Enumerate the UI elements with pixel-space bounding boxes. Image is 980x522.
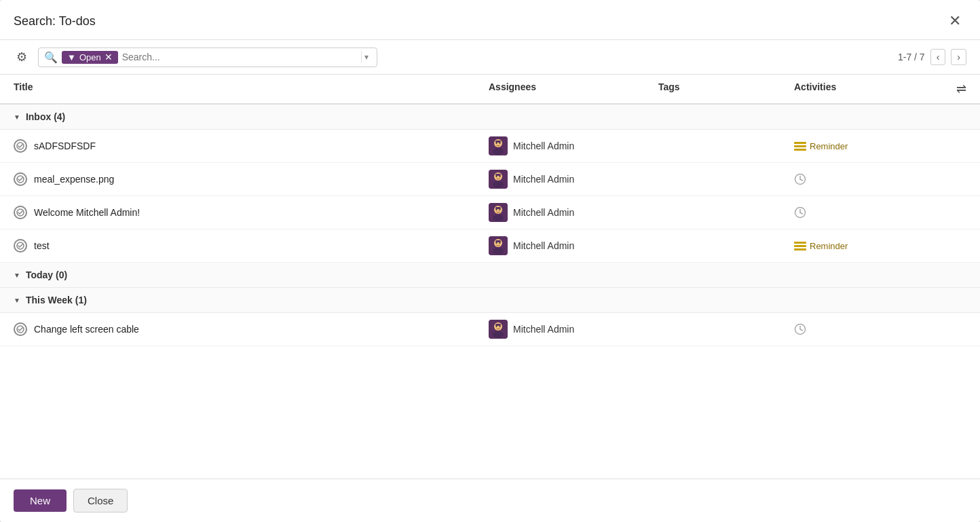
- group-row-2[interactable]: ▼ This Week (1): [0, 288, 980, 313]
- new-button[interactable]: New: [14, 489, 67, 512]
- svg-point-30: [493, 248, 504, 255]
- title-cell: test: [14, 239, 489, 253]
- svg-point-12: [500, 176, 501, 177]
- dialog-header: Search: To-dos ✕: [0, 0, 980, 40]
- svg-point-37: [493, 331, 504, 338]
- svg-point-5: [500, 143, 501, 144]
- col-tags-header: Tags: [658, 81, 794, 96]
- todo-status-icon[interactable]: [14, 139, 27, 153]
- activity-cell: Reminder: [794, 141, 966, 151]
- svg-point-4: [496, 143, 497, 144]
- assignee-cell: Mitchell Admin: [489, 170, 658, 189]
- table-header: Title Assignees Tags Activities ⇌: [0, 75, 980, 105]
- search-bar: 🔍 ▼ Open ✕ ▾: [38, 48, 377, 67]
- avatar: [489, 236, 508, 255]
- assignee-name: Mitchell Admin: [513, 207, 574, 218]
- group-label: Inbox (4): [26, 111, 65, 122]
- title-cell: sADFSDFSDF: [14, 139, 489, 153]
- todo-status-icon[interactable]: [14, 239, 27, 253]
- activity-cell: [794, 206, 966, 219]
- group-collapse-arrow: ▼: [14, 272, 20, 279]
- svg-point-31: [496, 242, 497, 244]
- activity-cell: Reminder: [794, 241, 966, 251]
- content-area: ▼ Inbox (4) sADFSDFSDF Mitchell Admin: [0, 105, 980, 479]
- assignee-name: Mitchell Admin: [513, 174, 574, 185]
- next-page-button[interactable]: ›: [951, 49, 966, 65]
- footer: New Close: [0, 479, 980, 522]
- pagination-text: 1-7 / 7: [898, 52, 925, 62]
- toolbar: ⚙ 🔍 ▼ Open ✕ ▾ 1-7 / 7 ‹ ›: [0, 40, 980, 75]
- table-row[interactable]: test Mitchell Admin Reminder: [0, 229, 980, 263]
- filter-badge[interactable]: ▼ Open ✕: [62, 51, 118, 64]
- svg-rect-6: [495, 141, 501, 143]
- search-todos-dialog: Search: To-dos ✕ ⚙ 🔍 ▼ Open ✕ ▾ 1-7 / 7 …: [0, 0, 980, 522]
- reminder-label: Reminder: [810, 241, 848, 251]
- svg-point-3: [493, 148, 504, 155]
- svg-point-32: [500, 242, 501, 244]
- svg-point-20: [493, 215, 504, 221]
- col-activities-header: Activities: [794, 81, 939, 96]
- svg-rect-33: [495, 240, 501, 242]
- table-row[interactable]: sADFSDFSDF Mitchell Admin Reminder: [0, 130, 980, 163]
- title-cell: Welcome Mitchell Admin!: [14, 206, 489, 219]
- table-row[interactable]: meal_expense.png Mitchell Admin: [0, 163, 980, 196]
- svg-line-26: [800, 212, 803, 214]
- todo-title: sADFSDFSDF: [34, 141, 96, 151]
- assignee-name: Mitchell Admin: [513, 141, 574, 151]
- settings-button[interactable]: ⚙: [14, 47, 30, 67]
- assignee-name: Mitchell Admin: [513, 324, 574, 335]
- todo-title: Change left screen cable: [34, 324, 139, 335]
- avatar: [489, 203, 508, 222]
- svg-rect-23: [495, 207, 501, 209]
- close-dialog-button[interactable]: ✕: [943, 11, 966, 31]
- svg-rect-13: [495, 174, 501, 176]
- col-assignees-header: Assignees: [489, 81, 658, 96]
- group-label: Today (0): [26, 269, 67, 280]
- filter-label: Open: [79, 52, 101, 62]
- close-button[interactable]: Close: [73, 489, 128, 512]
- column-adjust-button[interactable]: ⇌: [939, 81, 966, 96]
- group-row-1[interactable]: ▼ Today (0): [0, 263, 980, 288]
- todo-status-icon[interactable]: [14, 206, 27, 219]
- todo-status-icon[interactable]: [14, 322, 27, 336]
- search-icon: 🔍: [44, 51, 58, 64]
- svg-point-11: [496, 176, 497, 177]
- assignee-cell: Mitchell Admin: [489, 236, 658, 255]
- svg-point-21: [496, 209, 497, 210]
- svg-point-39: [500, 326, 501, 327]
- assignee-cell: Mitchell Admin: [489, 203, 658, 222]
- dialog-title: Search: To-dos: [14, 14, 96, 29]
- table-row[interactable]: Change left screen cable Mitchell Admin: [0, 313, 980, 346]
- group-collapse-arrow: ▼: [14, 297, 20, 304]
- avatar: [489, 320, 508, 339]
- svg-point-22: [500, 209, 501, 210]
- filter-remove-button[interactable]: ✕: [105, 52, 113, 62]
- svg-point-38: [496, 326, 497, 327]
- svg-line-16: [800, 179, 803, 181]
- search-input[interactable]: [122, 52, 354, 62]
- svg-line-43: [800, 329, 803, 331]
- activity-cell: [794, 173, 966, 185]
- group-row-0[interactable]: ▼ Inbox (4): [0, 105, 980, 130]
- title-cell: meal_expense.png: [14, 172, 489, 186]
- avatar: [489, 136, 508, 155]
- todo-title: test: [34, 240, 50, 251]
- todo-status-icon[interactable]: [14, 172, 27, 186]
- reminder-icon: [794, 242, 806, 250]
- filter-icon: ▼: [67, 52, 76, 62]
- reminder-icon: [794, 142, 806, 151]
- reminder-label: Reminder: [810, 141, 848, 151]
- avatar: [489, 170, 508, 189]
- todo-title: meal_expense.png: [34, 174, 114, 185]
- pagination: 1-7 / 7 ‹ ›: [898, 49, 966, 65]
- prev-page-button[interactable]: ‹: [930, 49, 946, 65]
- svg-rect-40: [495, 324, 501, 326]
- search-dropdown-arrow[interactable]: ▾: [361, 51, 371, 63]
- table-row[interactable]: Welcome Mitchell Admin! Mitchell Admin: [0, 196, 980, 229]
- group-label: This Week (1): [26, 295, 87, 305]
- activity-cell: [794, 323, 966, 335]
- assignee-cell: Mitchell Admin: [489, 136, 658, 155]
- col-title-header: Title: [14, 81, 489, 96]
- todo-title: Welcome Mitchell Admin!: [34, 207, 140, 218]
- svg-point-10: [493, 181, 504, 188]
